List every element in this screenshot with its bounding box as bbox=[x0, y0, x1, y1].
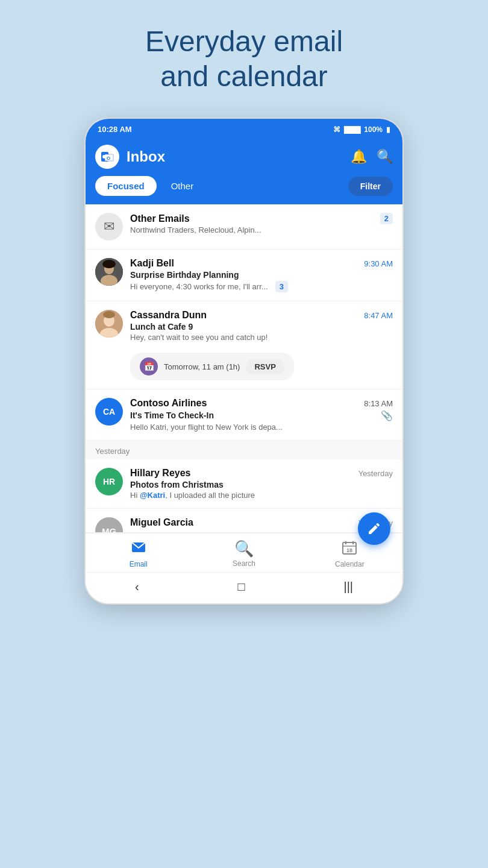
contoso-airlines-item[interactable]: CA Contoso Airlines 8:13 AM It's Time To… bbox=[86, 389, 402, 441]
kadji-badge: 3 bbox=[275, 281, 288, 292]
rsvp-button[interactable]: RSVP bbox=[246, 359, 284, 374]
tab-bar: Focused Other Filter bbox=[86, 176, 402, 204]
phone-frame: 10:28 AM ⌘ ▇▇▇ 100% ▮ O Inbox 🔔 🔍 Focuse… bbox=[84, 118, 404, 605]
outlook-logo: O bbox=[95, 145, 119, 169]
kadji-sender: Kadji Bell bbox=[130, 258, 174, 269]
email-nav-icon bbox=[131, 539, 146, 559]
status-bar: 10:28 AM ⌘ ▇▇▇ 100% ▮ bbox=[86, 119, 402, 140]
compose-fab[interactable] bbox=[358, 512, 390, 545]
cassandra-subject: Lunch at Cafe 9 bbox=[130, 322, 393, 332]
contoso-avatar: CA bbox=[95, 398, 123, 426]
cassandra-avatar bbox=[95, 310, 123, 338]
miguel-sender: Miguel Garcia bbox=[130, 517, 193, 528]
other-emails-item[interactable]: ✉ Other Emails 2 Northwind Traders, Rele… bbox=[86, 204, 402, 250]
cassandra-dunn-item[interactable]: Cassandra Dunn 8:47 AM Lunch at Cafe 9 H… bbox=[86, 301, 402, 389]
home-button[interactable]: □ bbox=[237, 580, 245, 594]
other-emails-badge: 2 bbox=[380, 213, 393, 224]
contoso-subject: It's Time To Check-In bbox=[130, 410, 214, 420]
signal-icon: ▇▇▇ bbox=[344, 125, 360, 134]
search-nav-icon: 🔍 bbox=[234, 539, 254, 558]
header-title: Inbox bbox=[127, 148, 343, 165]
tab-focused[interactable]: Focused bbox=[95, 176, 157, 196]
battery-label: 100% bbox=[364, 125, 383, 134]
hillary-sender: Hillary Reyes bbox=[130, 468, 191, 479]
email-list: ✉ Other Emails 2 Northwind Traders, Rele… bbox=[86, 204, 402, 533]
contoso-time: 8:13 AM bbox=[364, 399, 393, 408]
calendar-time: Tomorrow, 11 am (1h) bbox=[164, 362, 240, 371]
hillary-subject: Photos from Christmas bbox=[130, 480, 393, 489]
calendar-nav-label: Calendar bbox=[335, 560, 364, 568]
miguel-avatar: MG bbox=[95, 517, 123, 533]
cassandra-time: 8:47 AM bbox=[364, 311, 393, 320]
cassandra-sender: Cassandra Dunn bbox=[130, 310, 207, 321]
recents-button[interactable]: ||| bbox=[343, 580, 353, 594]
other-emails-icon: ✉ bbox=[95, 213, 123, 241]
bottom-nav: Email 🔍 Search 18 Calendar bbox=[86, 533, 402, 572]
contoso-preview: Hello Katri, your flight to New York is … bbox=[130, 423, 393, 432]
nav-search[interactable]: 🔍 Search bbox=[191, 539, 296, 568]
kadji-time: 9:30 AM bbox=[364, 259, 393, 268]
kadji-preview: Hi everyone, 4:30 works for me, I'll arr… bbox=[130, 282, 268, 291]
yesterday-section-header: Yesterday bbox=[86, 441, 402, 459]
back-button[interactable]: ‹ bbox=[135, 580, 139, 594]
time-display: 10:28 AM bbox=[98, 125, 132, 134]
kadji-subject: Surprise Birthday Planning bbox=[130, 270, 393, 280]
battery-icon: ▮ bbox=[386, 125, 390, 134]
other-emails-sender: Other Emails bbox=[130, 213, 190, 224]
svg-text:O: O bbox=[107, 156, 110, 161]
outlook-logo-svg: O bbox=[100, 149, 114, 164]
miguel-garcia-item[interactable]: MG Miguel Garcia Yesterday bbox=[86, 509, 402, 533]
cassandra-preview: Hey, can't wait to see you and catch up! bbox=[130, 333, 393, 342]
nav-calendar[interactable]: 18 Calendar bbox=[297, 539, 402, 568]
calendar-nav-icon: 18 bbox=[342, 539, 357, 559]
hillary-preview: Hi @Katri, I uploaded all the picture bbox=[130, 491, 393, 500]
page-title: Everyday email and calendar bbox=[109, 24, 379, 93]
nav-email[interactable]: Email bbox=[86, 539, 191, 568]
other-emails-preview: Northwind Traders, Relecloud, Alpin... bbox=[130, 225, 393, 234]
wifi-icon: ⌘ bbox=[333, 125, 340, 134]
system-nav: ‹ □ ||| bbox=[86, 572, 402, 603]
header-search-icon[interactable]: 🔍 bbox=[377, 149, 393, 165]
hillary-avatar: HR bbox=[95, 468, 123, 495]
app-header: O Inbox 🔔 🔍 bbox=[86, 140, 402, 176]
svg-point-7 bbox=[102, 260, 116, 268]
search-nav-label: Search bbox=[233, 559, 255, 568]
hillary-reyes-item[interactable]: HR Hillary Reyes Yesterday Photos from C… bbox=[86, 459, 402, 509]
email-nav-label: Email bbox=[130, 560, 148, 568]
svg-point-3 bbox=[102, 155, 106, 159]
tab-other[interactable]: Other bbox=[161, 176, 204, 196]
bell-icon[interactable]: 🔔 bbox=[351, 149, 367, 165]
attachment-icon: 📎 bbox=[381, 410, 393, 421]
contoso-sender: Contoso Airlines bbox=[130, 398, 207, 409]
svg-point-11 bbox=[103, 311, 115, 318]
calendar-dot: 📅 bbox=[140, 357, 158, 376]
calendar-card: 📅 Tomorrow, 11 am (1h) RSVP bbox=[130, 353, 294, 380]
kadji-bell-item[interactable]: Kadji Bell 9:30 AM Surprise Birthday Pla… bbox=[86, 250, 402, 301]
filter-button[interactable]: Filter bbox=[348, 177, 393, 196]
kadji-avatar bbox=[95, 258, 123, 286]
hillary-time: Yesterday bbox=[358, 469, 393, 478]
svg-text:18: 18 bbox=[346, 547, 352, 553]
